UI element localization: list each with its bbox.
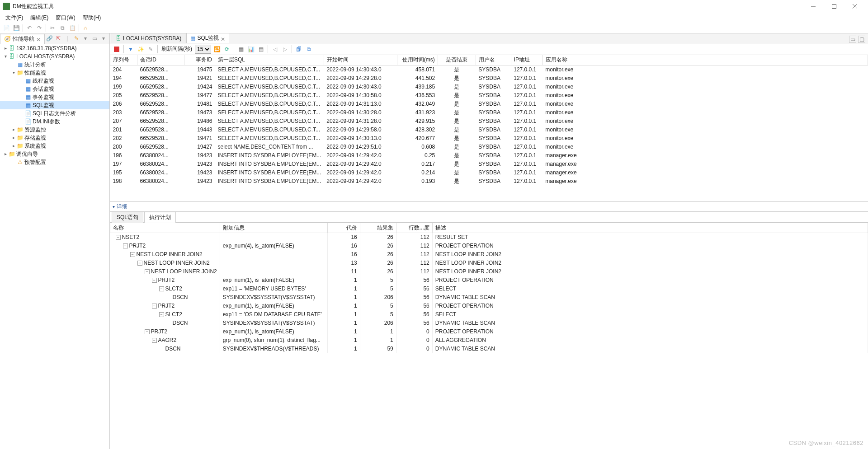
close-icon[interactable]: ✕ <box>36 37 41 41</box>
plan-row[interactable]: DSCNSYSINDEXV$SYSSTAT(V$SYSSTAT)120656DY… <box>110 293 868 302</box>
details-header[interactable]: ▾ 详细 <box>110 202 868 212</box>
plan-row[interactable]: −PRJT2exp_num(1), is_atom(FALSE)1556PROJ… <box>110 302 868 310</box>
plan-row[interactable]: DSCNSYSINDEXV$THREADS(V$THREADS)1590DYNA… <box>110 345 868 353</box>
column-header[interactable]: 名称 <box>110 223 220 233</box>
column-header[interactable]: 是否结束 <box>438 55 476 65</box>
menu-file[interactable]: 文件(F) <box>2 13 27 23</box>
column-header[interactable]: 代价 <box>327 223 360 233</box>
export-icon[interactable]: 🗐 <box>295 45 303 53</box>
minimize-pane-icon[interactable]: ▭ <box>849 36 856 43</box>
tree-item[interactable]: ▦统计分析 <box>0 61 109 69</box>
plan-row[interactable]: −NEST LOOP INNER JOIN21326112NEST LOOP I… <box>110 259 868 267</box>
highlight-icon[interactable]: ✨ <box>137 45 145 53</box>
toolbar-copy-icon[interactable]: ⧉ <box>58 23 67 33</box>
next-icon[interactable]: ▷ <box>281 45 289 53</box>
minimize-button[interactable] <box>803 0 824 13</box>
tree-item[interactable]: ▾🗄LOCALHOST(SYSDBA) <box>0 52 109 61</box>
column-header[interactable]: 第一层SQL <box>215 55 324 65</box>
table-row[interactable]: 19466529528...19421SELECT A.MEMUSED,B.CP… <box>110 74 868 83</box>
tree-item[interactable]: ▾📁性能监视 <box>0 69 109 77</box>
table-row[interactable]: 20566529528...19477SELECT A.MEMUSED,B.CP… <box>110 91 868 100</box>
sidebar-tab-nav[interactable]: 🧭 性能导航 ✕ <box>0 34 45 44</box>
details-tab-sql[interactable]: SQL语句 <box>112 212 143 223</box>
plan-row[interactable]: DSCNSYSINDEXV$SYSSTAT(V$SYSSTAT)120656DY… <box>110 319 868 327</box>
twisty-icon[interactable]: − <box>159 286 164 291</box>
twisty-icon[interactable]: − <box>116 235 121 240</box>
twisty-icon[interactable]: − <box>137 261 142 266</box>
tree-item[interactable]: ▸📁资源监控 <box>0 126 109 134</box>
table-row[interactable]: 20066529528...19427select NAME,DESC_CONT… <box>110 143 868 151</box>
plan-row[interactable]: −PRJT2exp_num(4), is_atom(FALSE)1626112P… <box>110 242 868 250</box>
tab-host[interactable]: 🗄 LOCALHOST(SYSDBA) <box>112 33 185 43</box>
column-header[interactable]: 结果集 <box>360 223 396 233</box>
twisty-icon[interactable]: ▸ <box>11 134 16 142</box>
plan-row[interactable]: −SLCT2exp11 = 'MEMORY USED BYTES'1556SEL… <box>110 285 868 293</box>
column-header[interactable]: IP地址 <box>511 55 542 65</box>
link-icon[interactable]: 🔗 <box>45 34 53 42</box>
twisty-icon[interactable]: − <box>152 304 157 309</box>
table-row[interactable]: 20666529528...19481SELECT A.MEMUSED,B.CP… <box>110 100 868 108</box>
toolbar-cut-icon[interactable]: ✂ <box>48 23 57 33</box>
copy-icon[interactable]: ⧉ <box>305 45 313 53</box>
column-header[interactable]: 使用时间(ms) <box>397 55 438 65</box>
toolbar-home-icon[interactable]: ⌂ <box>81 23 90 33</box>
tree-item[interactable]: ▸📁存储监视 <box>0 134 109 142</box>
refresh-now-icon[interactable]: ⟳ <box>223 45 231 53</box>
table-row[interactable]: 20166529528...19443SELECT A.MEMUSED,B.CP… <box>110 126 868 134</box>
toolbar-paste-icon[interactable]: 📋 <box>68 23 77 33</box>
tree-item[interactable]: ▸🗄192.168.31.78(SYSDBA) <box>0 44 109 52</box>
tree-item[interactable]: ▦SQL监视 <box>0 101 109 109</box>
filter-icon[interactable]: ▼ <box>127 45 135 53</box>
toolbar-undo-icon[interactable]: ↶ <box>25 23 34 33</box>
column-header[interactable]: 附加信息 <box>220 223 327 233</box>
twisty-icon[interactable]: ▾ <box>11 69 16 77</box>
twisty-icon[interactable]: − <box>159 312 164 317</box>
twisty-icon[interactable]: − <box>130 252 135 257</box>
details-tab-plan[interactable]: 执行计划 <box>144 212 176 223</box>
edit-icon[interactable]: ✎ <box>72 34 80 42</box>
minimize-view-icon[interactable]: ▭ <box>90 34 99 42</box>
twisty-icon[interactable]: − <box>145 269 150 274</box>
plan-row[interactable]: −PRJT2exp_num(1), is_atom(FALSE)110PROJE… <box>110 327 868 336</box>
sql-grid[interactable]: 序列号会话ID事务ID第一层SQL开始时间使用时间(ms)是否结束用户名IP地址… <box>110 55 868 202</box>
toolbar-save-icon[interactable]: 💾 <box>12 23 21 33</box>
dropdown-icon[interactable]: ▾ <box>81 34 90 42</box>
table-view-icon[interactable]: ▤ <box>257 45 265 53</box>
column-header[interactable]: 行数...度 <box>396 223 432 233</box>
tree-item[interactable]: ▸📁系统监视 <box>0 142 109 150</box>
tab-sql-monitor[interactable]: ▦ SQL监视 ✕ <box>186 33 229 43</box>
chart-view-icon[interactable]: 📊 <box>247 45 255 53</box>
refresh-interval-select[interactable]: 15 <box>195 45 211 54</box>
column-header[interactable]: 序列号 <box>110 55 137 65</box>
plan-row[interactable]: −NSET21626112RESULT SET <box>110 233 868 242</box>
close-icon[interactable]: ✕ <box>221 36 225 41</box>
collapse-all-icon[interactable]: ⇱ <box>54 34 62 42</box>
plan-row[interactable]: −NEST LOOP INNER JOIN21626112NEST LOOP I… <box>110 250 868 259</box>
table-row[interactable]: 20266529528...19471SELECT A.MEMUSED,B.CP… <box>110 134 868 143</box>
table-row[interactable]: 19666380024...19423INSERT INTO SYSDBA.EM… <box>110 151 868 160</box>
toolbar-new-icon[interactable]: 📄 <box>2 23 11 33</box>
tree-item[interactable]: ⚠预警配置 <box>0 158 109 166</box>
plan-row[interactable]: −PRJT2exp_num(1), is_atom(FALSE)1556PROJ… <box>110 276 868 285</box>
prev-icon[interactable]: ◁ <box>271 45 279 53</box>
twisty-icon[interactable]: ▸ <box>11 142 16 150</box>
twisty-icon[interactable]: − <box>152 338 157 343</box>
menu-window[interactable]: 窗口(W) <box>52 13 79 23</box>
tree-item[interactable]: ▦事务监视 <box>0 93 109 101</box>
plan-row[interactable]: −AAGR2grp_num(0), sfun_num(1), distinct_… <box>110 336 868 345</box>
column-header[interactable]: 会话ID <box>137 55 184 65</box>
plan-row[interactable]: −NEST LOOP INNER JOIN21126112NEST LOOP I… <box>110 267 868 276</box>
maximize-pane-icon[interactable]: ▢ <box>858 36 865 43</box>
twisty-icon[interactable]: ▸ <box>11 126 16 134</box>
close-button[interactable] <box>844 0 865 13</box>
stop-icon[interactable] <box>113 45 121 53</box>
wand-icon[interactable]: ✎ <box>146 45 155 53</box>
tree-item[interactable]: 📄SQL日志文件分析 <box>0 109 109 117</box>
column-header[interactable]: 描述 <box>432 223 868 233</box>
tree-item[interactable]: ▦线程监视 <box>0 77 109 85</box>
twisty-icon[interactable]: ▸ <box>3 44 8 52</box>
column-header[interactable]: 开始时间 <box>324 55 397 65</box>
twisty-icon[interactable]: − <box>145 329 150 334</box>
tree-item[interactable]: ▸📁调优向导 <box>0 150 109 158</box>
plan-row[interactable]: −SLCT2exp11 = 'OS DM DATABASE CPU RATE'1… <box>110 310 868 319</box>
